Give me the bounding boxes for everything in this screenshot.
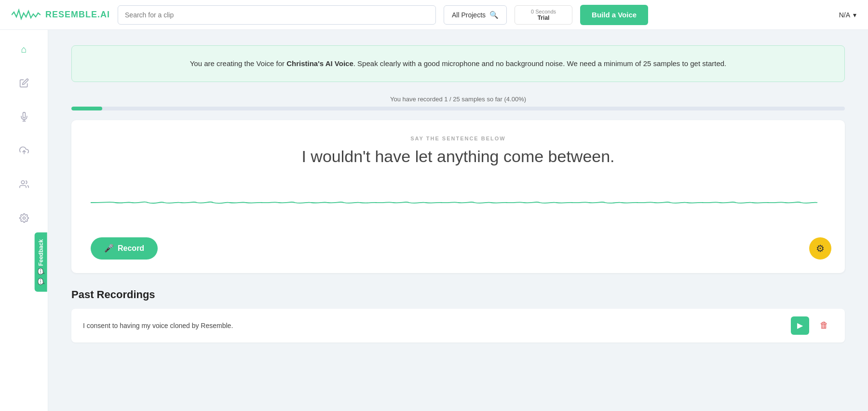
past-recordings-section: Past Recordings I consent to having my v… [71, 288, 845, 342]
waveform-area [91, 183, 826, 222]
header: RESEMBLE.AI All Projects 🔍 0 Seconds Tri… [0, 0, 868, 30]
sidebar-item-home[interactable]: ⌂ [14, 40, 34, 59]
banner-prefix: You are creating the Voice for [190, 59, 286, 68]
trial-box: 0 Seconds Trial [515, 5, 572, 25]
progress-bar-background [71, 107, 845, 110]
play-button[interactable]: ▶ [791, 316, 809, 335]
banner-suffix: . Speak clearly with a good microphone a… [353, 59, 727, 68]
recording-actions: ▶ 🗑 [791, 316, 833, 335]
logo-text: RESEMBLE.AI [45, 10, 110, 20]
delete-button[interactable]: 🗑 [815, 316, 833, 335]
trial-seconds: 0 Seconds [523, 9, 564, 14]
search-icon: 🔍 [489, 11, 499, 19]
progress-label: You have recorded 1 / 25 samples so far … [71, 96, 845, 103]
sidebar-item-users[interactable] [14, 175, 34, 194]
progress-bar-fill [71, 107, 102, 110]
past-recordings-title: Past Recordings [71, 288, 845, 301]
logo-area: RESEMBLE.AI [12, 8, 110, 22]
mic-icon: 🎤 [104, 244, 114, 253]
progress-section: You have recorded 1 / 25 samples so far … [71, 96, 845, 110]
trash-icon: 🗑 [820, 320, 828, 330]
svg-point-4 [23, 217, 25, 219]
main-content: You are creating the Voice for Christina… [48, 30, 868, 411]
sentence-text: I wouldn't have let anything come betwee… [91, 147, 826, 166]
na-dropdown[interactable]: N/A ▾ [839, 11, 856, 19]
gear-icon: ⚙ [816, 243, 825, 254]
feedback-tab[interactable]: 💬 💬 Feedback [35, 233, 47, 292]
trial-label: Trial [523, 14, 564, 21]
info-banner: You are creating the Voice for Christina… [71, 45, 845, 82]
chevron-down-icon: ▾ [853, 11, 856, 19]
record-label: Record [118, 244, 144, 253]
say-label: SAY THE SENTENCE BELOW [91, 136, 826, 141]
recording-card: SAY THE SENTENCE BELOW I wouldn't have l… [71, 120, 845, 273]
banner-voice-name: Christina's AI Voice [286, 59, 353, 68]
waveform-svg [91, 183, 826, 222]
sidebar-item-microphone[interactable] [14, 107, 34, 126]
recording-item: I consent to having my voice cloned by R… [71, 309, 845, 342]
sidebar: ⌂ [0, 30, 48, 411]
sidebar-item-settings[interactable] [14, 208, 34, 228]
feedback-label: 💬 Feedback [38, 239, 44, 275]
settings-button[interactable]: ⚙ [809, 237, 831, 260]
play-icon: ▶ [797, 321, 803, 330]
logo-wave-icon [12, 8, 41, 22]
all-projects-label: All Projects [452, 11, 486, 19]
sidebar-item-edit[interactable] [14, 73, 34, 93]
all-projects-button[interactable]: All Projects 🔍 [444, 5, 507, 25]
na-label: N/A [839, 11, 850, 19]
search-bar [118, 5, 436, 25]
build-voice-button[interactable]: Build a Voice [580, 5, 648, 25]
recording-item-text: I consent to having my voice cloned by R… [83, 322, 233, 329]
sidebar-item-upload[interactable] [14, 141, 34, 160]
search-input[interactable] [125, 11, 429, 19]
record-button[interactable]: 🎤 Record [91, 237, 158, 260]
svg-point-3 [21, 181, 25, 184]
feedback-chat-icon: 💬 [38, 277, 44, 285]
